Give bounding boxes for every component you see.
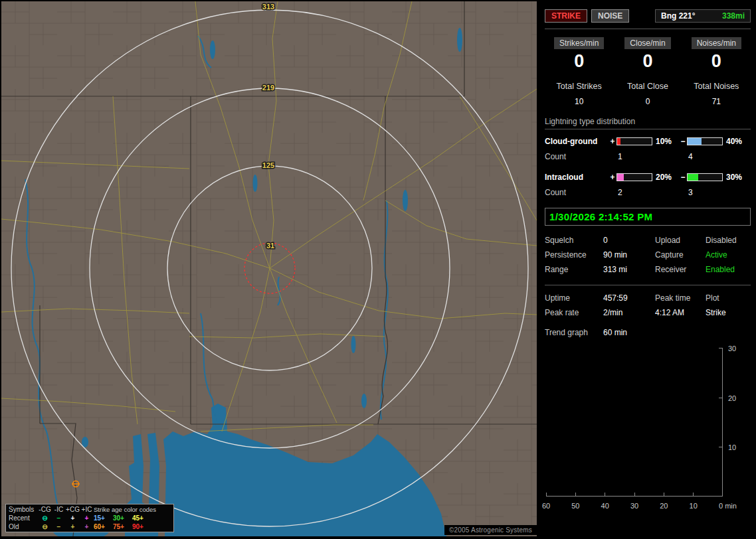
- cg-negative-count: 4: [687, 152, 723, 161]
- age-code-75: 75+: [113, 523, 132, 530]
- x-axis-label-50: 50: [571, 502, 579, 510]
- x-tick-10: [693, 493, 694, 496]
- ring-label-31: 31: [266, 242, 274, 250]
- peak-time-label: Peak time: [655, 293, 706, 303]
- receiver-value: Enabled: [706, 265, 751, 274]
- strikes-per-min: Strikes/min 0: [545, 37, 613, 70]
- age-code-30: 30+: [113, 514, 132, 522]
- ic-positive-fill: [617, 174, 624, 181]
- y-tick-10: [719, 447, 722, 447]
- total-close-label: Total Close: [613, 82, 682, 91]
- cg-negative-pct: 40%: [723, 137, 751, 146]
- age-code-15: 15+: [94, 514, 113, 522]
- legend-type--cg: -CG: [38, 506, 52, 513]
- x-tick-60: [546, 493, 547, 496]
- old-pos-ic-icon: +: [80, 523, 94, 530]
- lightning-map[interactable]: 313 219 125 31 Symbols -CG -IC +CG +IC S…: [1, 1, 537, 536]
- minus-sign: −: [679, 137, 687, 146]
- strike-mode-button[interactable]: STRIKE: [545, 9, 587, 23]
- total-strikes-label: Total Strikes: [545, 82, 613, 91]
- squelch-label: Squelch: [545, 236, 603, 245]
- range-value: 313 mi: [603, 265, 655, 274]
- uptime-value: 457:59: [603, 293, 655, 303]
- legend-old-row: Old ⊖ − + + 60+ 75+ 90+: [9, 522, 171, 531]
- upload-label: Upload: [655, 236, 706, 245]
- cloud-ground-row: Cloud-ground + 10% − 40%: [545, 137, 751, 146]
- ic-positive-bar: [616, 173, 652, 181]
- legend-header-row: Symbols -CG -IC +CG +IC Strike age color…: [9, 505, 171, 514]
- cg-positive-bar: [616, 137, 652, 145]
- x-axis-label-60: 60: [542, 502, 550, 510]
- plus-sign: +: [609, 173, 616, 182]
- cloud-ground-label: Cloud-ground: [545, 137, 609, 146]
- persistence-value: 90 min: [603, 250, 655, 260]
- x-axis-label-0min: 0 min: [719, 502, 737, 510]
- y-axis-label-10: 10: [728, 443, 749, 451]
- close-per-min-value: 0: [613, 52, 682, 70]
- trend-row: Trend graph 60 min: [545, 328, 751, 337]
- plus-sign: +: [609, 137, 616, 146]
- x-tick-50: [575, 493, 576, 496]
- receiver-label: Receiver: [655, 265, 706, 274]
- x-tick-20: [664, 493, 664, 496]
- capture-value: Active: [706, 250, 751, 260]
- intracloud-row: Intracloud + 20% − 30%: [545, 173, 751, 182]
- bearing-distance: 338mi: [722, 11, 745, 21]
- strikes-per-min-value: 0: [545, 52, 613, 70]
- noises-per-min-label: Noises/min: [692, 37, 741, 49]
- x-axis-labels: 60 50 40 30 20 10 0 min: [546, 502, 723, 511]
- ic-negative-pct: 30%: [723, 173, 751, 182]
- distribution-title: Lightning type distribution: [545, 117, 751, 129]
- minus-sign: −: [679, 173, 687, 182]
- copyright-text: ©2005 Astrogenic Systems: [444, 525, 537, 535]
- clock-display: 1/30/2026 2:14:52 PM: [545, 208, 751, 226]
- y-axis-label-30: 30: [728, 345, 749, 352]
- ic-positive-pct: 20%: [652, 173, 679, 182]
- bearing-label: Bng 221°: [661, 11, 695, 21]
- trend-graph-label: Trend graph: [545, 328, 603, 337]
- age-code-60: 60+: [94, 523, 113, 530]
- ic-negative-count: 3: [687, 188, 723, 197]
- count-label: Count: [545, 152, 609, 161]
- squelch-value: 0: [603, 236, 655, 245]
- ring-label-219: 219: [262, 84, 274, 92]
- ic-positive-count: 2: [616, 188, 652, 197]
- persistence-label: Persistence: [545, 250, 603, 260]
- close-per-min-label: Close/min: [624, 37, 670, 49]
- trend-chart: 30 20 10 60 50 40 30 20 10 0 min: [545, 345, 751, 512]
- bearing-box: Bng 221° 338mi: [655, 9, 751, 23]
- x-tick-40: [605, 493, 605, 496]
- old-neg-ic-icon: −: [52, 523, 66, 530]
- trend-graph-value: 60 min: [603, 328, 655, 337]
- cloud-ground-count-row: Count 1 4: [545, 152, 751, 161]
- total-strikes: Total Strikes 10: [545, 82, 613, 106]
- mode-row: STRIKE NOISE Bng 221° 338mi: [545, 9, 751, 23]
- session-grid: Uptime 457:59 Peak time Plot Peak rate 2…: [545, 293, 751, 317]
- x-axis-label-40: 40: [601, 502, 609, 510]
- rate-boxes: Strikes/min 0 Close/min 0 Noises/min 0: [545, 37, 751, 70]
- noise-mode-button[interactable]: NOISE: [591, 9, 629, 23]
- count-label: Count: [545, 188, 609, 197]
- ic-negative-fill: [688, 174, 698, 181]
- age-code-90: 90+: [132, 523, 151, 530]
- app-window: { "map": { "ring_labels": ["313", "219",…: [0, 0, 756, 539]
- legend-type-pcg: +CG: [66, 506, 80, 513]
- legend-type-pic: +IC: [80, 506, 94, 513]
- total-strikes-value: 10: [545, 97, 613, 106]
- legend-type--ic: -IC: [52, 506, 66, 513]
- noises-per-min-value: 0: [682, 52, 751, 70]
- intracloud-label: Intracloud: [545, 173, 609, 182]
- divider: [545, 285, 751, 285]
- range-label: Range: [545, 265, 603, 274]
- legend-old-label: Old: [9, 523, 38, 530]
- old-neg-cg-icon: ⊖: [38, 523, 52, 530]
- legend-symbols-header: Symbols: [9, 506, 38, 513]
- ic-negative-bar: [687, 173, 723, 181]
- status-panel: STRIKE NOISE Bng 221° 338mi Strikes/min …: [539, 0, 756, 539]
- status-grid: Squelch 0 Upload Disabled Persistence 90…: [545, 236, 751, 274]
- trend-plot-area: [546, 348, 723, 497]
- divider: [545, 29, 751, 29]
- y-axis-label-20: 20: [728, 394, 749, 402]
- recent-pos-ic-icon: +: [80, 514, 94, 522]
- peak-rate-value: 2/min: [603, 308, 655, 317]
